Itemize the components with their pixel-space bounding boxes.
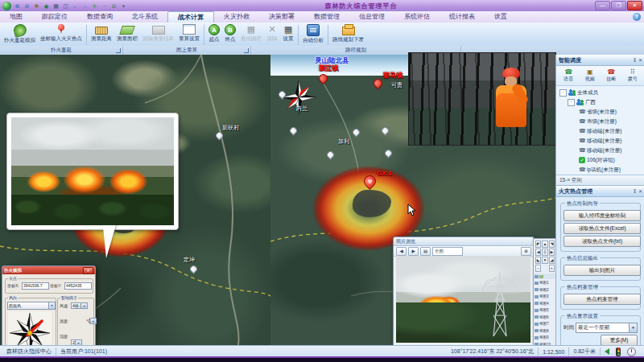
restore-button[interactable]: ❐ (611, 1, 626, 10)
auto-analysis-button[interactable]: 自动分析 (300, 23, 326, 47)
back-icon[interactable]: ← (72, 2, 79, 10)
route-plan-send-button[interactable]: 路线规划下发 (330, 23, 366, 47)
start-point-button[interactable]: A 起点 (206, 23, 222, 47)
prev-photo-button[interactable]: ◀ (396, 247, 407, 256)
forward-icon[interactable]: → (81, 2, 89, 10)
pan-up-right-button[interactable]: ◥ (549, 241, 555, 248)
camera-view-item[interactable]: 视图9 (534, 335, 556, 342)
tree-member-talkgroup[interactable]: ✓ 106(对讲组) (559, 155, 644, 165)
photo-viewer-window[interactable]: 照片浏览 ◀ ▶ ▤ 全图 ⊕ (393, 237, 535, 356)
speaker-icon[interactable] (605, 348, 609, 355)
split-view-icon[interactable]: ◫ (62, 2, 69, 10)
pan-left-button[interactable]: ◀ (535, 249, 541, 256)
measure-area-button[interactable]: 测量面积 (114, 23, 140, 47)
archive-mgmt-button[interactable]: 热点档案管理 (564, 294, 641, 305)
tile-view-icon[interactable]: ▦ (52, 2, 60, 10)
menu-info-mgmt[interactable]: 信息管理 (349, 11, 394, 23)
group-launcher-icon[interactable] (116, 48, 121, 53)
pan-down-right-button[interactable]: ◢ (549, 257, 555, 264)
route-settings-button[interactable]: ▦ 设置 (280, 23, 296, 47)
zoom-mode-combo[interactable]: 全图 (432, 247, 463, 256)
more-button[interactable]: 更多(M) (601, 335, 638, 346)
output-to-image-button[interactable]: 输出到图片 (564, 265, 641, 276)
connection-status-icon[interactable] (616, 348, 621, 356)
collapse-icon[interactable]: - (568, 99, 575, 106)
fire-photo-callout[interactable] (6, 113, 179, 230)
viewer-titlebar[interactable]: 照片浏览 (394, 237, 534, 246)
spread-sim-button[interactable]: 扑火蔓延模拟 (2, 23, 38, 47)
voice-call-button[interactable]: ☎ 语音 (564, 68, 573, 83)
menu-data-mgmt[interactable]: 数据管理 (304, 11, 349, 23)
qat-menu-icon[interactable]: ▾ (120, 2, 127, 10)
camera-view-item[interactable]: 视图7 (534, 321, 556, 328)
left-map-view[interactable]: ▲ 新联村 定坤 扑火模拟 ✕ 火点 坐标X: 3941596.7 坐标Y: (0, 55, 270, 345)
tree-member[interactable]: ☎ 省级(未注册) (559, 107, 644, 117)
world-icon[interactable]: ⊙ (110, 2, 118, 10)
pan-down-button[interactable]: ▼ (542, 257, 547, 264)
close-icon[interactable]: ✕ (638, 57, 642, 63)
move-icon[interactable]: ✛ (91, 2, 98, 10)
magnifier-icon[interactable]: ⊕ (521, 247, 531, 256)
tree-member[interactable]: ☎ 移动端(未注册) (559, 126, 644, 136)
coord-y-field[interactable]: 4452435 (64, 282, 92, 290)
read-excel-button[interactable]: 读取热点文件(Excel) (564, 223, 641, 234)
fire-spread-sim-dialog[interactable]: 扑火模拟 ✕ 火点 坐标X: 3941596.7 坐标Y: 4452435 风向… (2, 265, 96, 345)
camera-view-item[interactable]: 视图2 (534, 287, 556, 294)
menu-evaluation[interactable]: 系统评估 (394, 11, 440, 23)
zoom-in-icon[interactable]: ⊕ (14, 2, 21, 10)
pan-right-button[interactable]: ▶ (549, 249, 555, 256)
minimize-button[interactable]: — (595, 1, 610, 10)
pan-up-button[interactable]: ▲ (542, 241, 547, 248)
camera-view-item[interactable]: 视图4 (534, 301, 556, 308)
video-call-button[interactable]: ▣ 视频 (585, 68, 595, 83)
camera-view-item[interactable]: 视图8 (534, 328, 556, 335)
tree-member[interactable]: ☎ ip话机(未注册) (559, 165, 644, 175)
dispatch-panel-header[interactable]: 智能调度 ↧✕ (556, 55, 644, 66)
menu-reports[interactable]: 统计报表 (440, 11, 485, 23)
close-icon[interactable]: ✕ (638, 188, 642, 194)
firefighter-photo-overlay[interactable] (409, 53, 555, 145)
coord-input-hotspot-button[interactable]: 坐标输入火灾热点 (38, 23, 85, 47)
tree-member[interactable]: ☎ 移动端(未注册) (559, 136, 644, 146)
pan-home-button[interactable]: 0 (542, 249, 547, 256)
tree-member[interactable]: ☎ 市级(未注册) (559, 117, 644, 126)
menu-tracking[interactable]: 跟踪定位 (32, 11, 77, 23)
coord-x-field[interactable]: 3941596.7 (22, 282, 49, 290)
camera-view-item[interactable]: 视图5 (534, 307, 556, 315)
zoom-minus-button[interactable]: − (535, 265, 541, 272)
pan-up-left-button[interactable]: ◤ (535, 241, 541, 248)
hangup-button[interactable]: ☎ 挂断 (606, 68, 616, 83)
pin-icon[interactable]: ↧ (633, 57, 637, 63)
sim-dialog-titlebar[interactable]: 扑火模拟 ✕ (2, 266, 95, 274)
pin-icon[interactable]: ↧ (633, 188, 637, 194)
camera-view-item[interactable]: 视图1 (534, 280, 556, 287)
measure-settings-button[interactable]: 量算设置 (176, 23, 202, 47)
pan-down-left-button[interactable]: ◣ (535, 257, 541, 264)
clock-icon[interactable] (627, 348, 636, 356)
wind-direction-select[interactable]: 西南风▾ (7, 302, 56, 310)
measure-distance-button[interactable]: 测量距离 (89, 23, 114, 47)
group-launcher-icon[interactable] (244, 48, 249, 53)
collapse-icon[interactable]: - (559, 89, 567, 97)
rotate-icon[interactable]: ◔ (101, 2, 108, 10)
humidity-select[interactable]: 20%▾ (71, 339, 82, 345)
menu-beidou[interactable]: 北斗系统 (122, 11, 167, 23)
zoom-plus-button[interactable]: + (549, 265, 555, 272)
menu-data-query[interactable]: 数据查询 (77, 11, 122, 23)
dial-button[interactable]: ⠿ 拨号 (628, 68, 638, 83)
close-button[interactable]: ✕ (627, 1, 642, 10)
pan-icon[interactable]: ✥ (33, 2, 40, 10)
input-latlon-button[interactable]: 输入经纬度坐标绘制 (564, 210, 641, 221)
wind-speed-select[interactable]: 4级-5级▾ (71, 302, 88, 309)
menu-fire-fighting[interactable]: 火灾扑救 (214, 11, 259, 23)
help-icon[interactable]: ? (633, 13, 641, 21)
zoom-out-icon[interactable]: ⊖ (23, 2, 31, 10)
tree-member[interactable]: ☎ 移动端(未注册) (559, 146, 644, 155)
time-range-select[interactable]: 最近一个星期 ▾ (576, 323, 638, 333)
tree-root[interactable]: - 全体成员 (559, 88, 644, 97)
read-txt-button[interactable]: 读取热点文件(txt) (564, 236, 641, 247)
hotspot-panel-header[interactable]: 火灾热点管理 ↧✕ (556, 186, 644, 197)
thumbnails-button[interactable]: ▤ (420, 247, 431, 256)
menu-tactical-calc[interactable]: 战术计算 (167, 11, 214, 23)
menu-deployment[interactable]: 决策部署 (259, 11, 304, 23)
